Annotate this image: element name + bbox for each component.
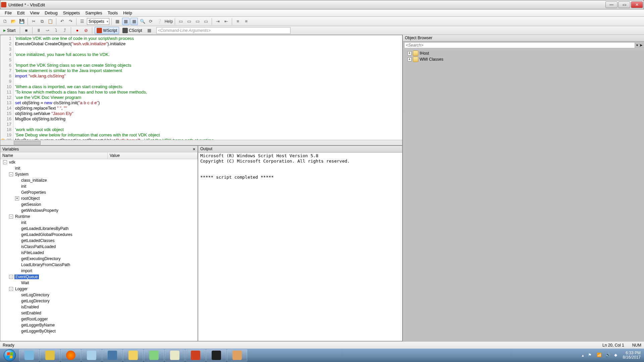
expand-icon[interactable]: - <box>9 172 13 176</box>
tray-arrow-icon[interactable]: ▲ <box>581 354 585 357</box>
menu-edit[interactable]: Edit <box>14 10 27 16</box>
task-cmd[interactable] <box>206 349 226 361</box>
object-browser-tree[interactable]: +IHost+WMI Classes <box>403 49 644 64</box>
menu-help[interactable]: Help <box>120 10 135 16</box>
menu-snippets[interactable]: Snippets <box>60 10 83 16</box>
var-getwindowsproperty[interactable]: getWindowsProperty <box>0 207 198 214</box>
var-getlogdirectory[interactable]: getLogDirectory <box>0 298 198 304</box>
var-getrootlogger[interactable]: getRootLogger <box>0 316 198 322</box>
var-getloadedlibrariesbypath[interactable]: getLoadedLibrariesByPath <box>0 226 198 232</box>
menu-view[interactable]: View <box>27 10 42 16</box>
task-vm[interactable] <box>102 349 122 361</box>
snippets-icon[interactable]: ☰ <box>78 18 86 25</box>
var-getsession[interactable]: getSession <box>0 201 198 207</box>
scrollbar-thumb[interactable] <box>14 141 41 145</box>
task-6[interactable] <box>165 349 185 361</box>
expand-icon[interactable]: + <box>408 51 412 55</box>
pause-icon[interactable]: ⏸ <box>35 27 42 34</box>
tray-flag-icon[interactable]: ⚑ <box>588 353 593 358</box>
tray-clock[interactable]: 6:33 PM 8/16/2017 <box>623 351 641 360</box>
var-init[interactable]: init <box>0 220 198 226</box>
start-button[interactable] <box>1 349 19 362</box>
breakpoint-icon[interactable]: ● <box>73 27 81 34</box>
variables-close-icon[interactable]: ✕ <box>193 147 196 152</box>
paste-icon[interactable]: 📋 <box>47 18 54 25</box>
object-browser-search-input[interactable] <box>404 42 635 48</box>
menu-file[interactable]: File <box>2 10 14 16</box>
expand-icon[interactable]: - <box>9 275 13 279</box>
variables-tree[interactable]: -vdkinit-Systemclass_initializeinitGetPr… <box>0 159 198 341</box>
pane-1-icon[interactable]: ▭ <box>177 18 184 25</box>
minimize-button[interactable]: — <box>605 1 618 8</box>
cscript-button[interactable]: CScript <box>120 27 144 34</box>
menu-samples[interactable]: Samples <box>83 10 105 16</box>
var-import[interactable]: import <box>0 268 198 274</box>
task-vbsedit[interactable] <box>185 349 206 361</box>
var-init[interactable]: init <box>0 165 198 171</box>
outdent-icon[interactable]: ⇤ <box>222 18 230 25</box>
cut-icon[interactable]: ✂ <box>30 18 37 25</box>
expand-icon[interactable]: + <box>15 196 19 200</box>
var-system[interactable]: -System <box>0 171 198 177</box>
expand-icon[interactable]: - <box>9 287 13 291</box>
step-over-icon[interactable]: ⤻ <box>44 27 51 34</box>
search-go-icon[interactable]: ➤ <box>639 43 643 48</box>
task-folder[interactable] <box>123 349 143 361</box>
var-rootobject[interactable]: +rootObject <box>0 195 198 201</box>
clear-breakpoints-icon[interactable]: ⊘ <box>82 27 90 34</box>
comment-icon[interactable]: ≡ <box>234 18 241 25</box>
task-explorer[interactable] <box>82 349 102 361</box>
refresh-icon[interactable]: ⟳ <box>147 18 155 25</box>
var-getloggerbyobject[interactable]: getLoggerByObject <box>0 328 198 334</box>
undo-icon[interactable]: ↶ <box>58 18 66 25</box>
var-getloadedglobalprocedures[interactable]: getLoadedGlobalProcedures <box>0 232 198 238</box>
var-getloadedclasses[interactable]: getLoadedClasses <box>0 238 198 244</box>
maximize-button[interactable]: ▭ <box>618 1 630 8</box>
ob-node-ihost[interactable]: +IHost <box>404 50 643 56</box>
var-wait[interactable]: Wait <box>0 280 198 286</box>
close-button[interactable]: ✕ <box>631 1 643 8</box>
command-line-arguments-input[interactable]: <Command-Line Arguments> <box>156 27 290 34</box>
pane-4-icon[interactable]: ▭ <box>202 18 210 25</box>
variables-col-value[interactable]: Value <box>108 153 198 159</box>
var-init[interactable]: init <box>0 183 198 189</box>
step-into-icon[interactable]: ⤵ <box>52 27 60 34</box>
var-setlogdirectory[interactable]: setLogDirectory <box>0 292 198 298</box>
uncomment-icon[interactable]: ≡ <box>243 18 250 25</box>
task-5[interactable] <box>144 349 164 361</box>
var-isclasspathloaded[interactable]: isClassPathLoaded <box>0 244 198 250</box>
toggle-2-icon[interactable]: ▦ <box>122 18 129 25</box>
new-file-icon[interactable]: 🗋 <box>1 18 9 25</box>
open-file-icon[interactable]: 📂 <box>10 18 17 25</box>
stop-icon[interactable]: ■ <box>22 27 30 34</box>
pane-2-icon[interactable]: ▭ <box>185 18 193 25</box>
var-class_initialize[interactable]: class_initialize <box>0 177 198 183</box>
start-button[interactable]: ▶Start <box>1 27 17 34</box>
code-editor[interactable]: 1234567891011121314151617181920 'initial… <box>0 35 402 145</box>
menu-tools[interactable]: Tools <box>105 10 120 16</box>
expand-icon[interactable]: - <box>9 215 13 219</box>
indent-icon[interactable]: ⇥ <box>214 18 221 25</box>
step-out-icon[interactable]: ⤴ <box>61 27 68 34</box>
menu-debug[interactable]: Debug <box>42 10 60 16</box>
editor-code[interactable]: 'initialize VDK with one line of code in… <box>14 35 402 145</box>
toggle-3-icon[interactable]: ▦ <box>130 18 138 25</box>
redo-icon[interactable]: ↷ <box>67 18 74 25</box>
var-getproperties[interactable]: GetProperties <box>0 189 198 195</box>
var-logger[interactable]: -Logger <box>0 286 198 292</box>
variables-col-name[interactable]: Name <box>0 153 108 159</box>
tray-app-icon[interactable]: ◆ <box>614 353 620 358</box>
var-setenabled[interactable]: setEnabled <box>0 310 198 316</box>
copy-icon[interactable]: ⧉ <box>38 18 46 25</box>
var-loadlibraryfromclasspath[interactable]: LoadLibraryFromClassPath <box>0 262 198 268</box>
var-getexecutingdirectory[interactable]: getExecutingDirectory <box>0 256 198 262</box>
expand-icon[interactable]: - <box>3 160 7 164</box>
help-icon[interactable]: ❔ <box>156 18 163 25</box>
ob-node-wmi-classes[interactable]: +WMI Classes <box>404 56 643 62</box>
task-firefox[interactable] <box>61 349 81 361</box>
toggle-1-icon[interactable]: ▦ <box>114 18 121 25</box>
search-dropdown-icon[interactable]: ▾ <box>636 43 638 47</box>
var-eventqueue[interactable]: -EventQueue <box>0 274 198 280</box>
var-vdk[interactable]: -vdk <box>0 159 198 165</box>
task-paint[interactable] <box>227 349 247 361</box>
